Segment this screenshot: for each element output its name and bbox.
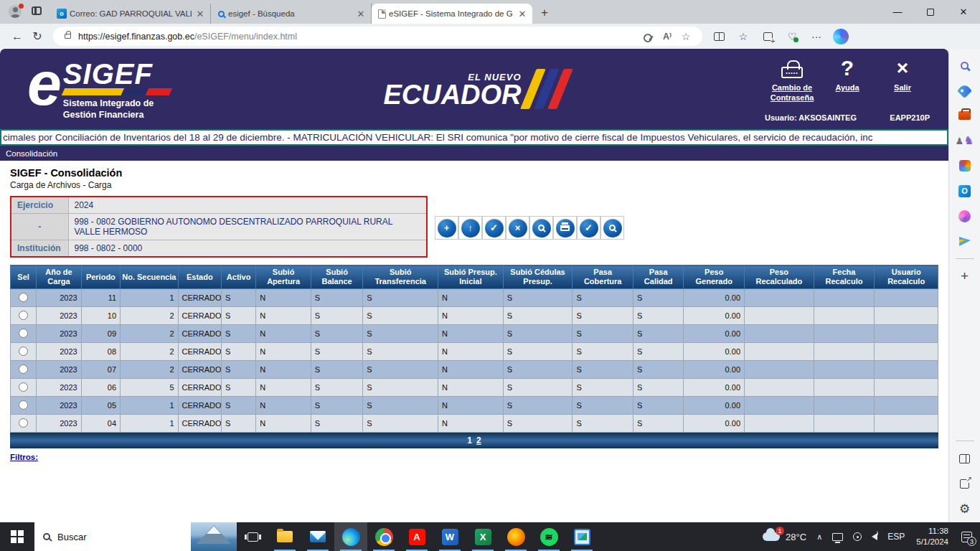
context-form: Ejercicio 2024 - 998 - 0802 GOBIERNO AUT… xyxy=(10,196,428,258)
print-button[interactable] xyxy=(553,216,577,240)
sidebar-search-button[interactable] xyxy=(957,57,973,73)
table-cell xyxy=(745,289,814,307)
url-text[interactable]: https://esigef.finanzas.gob.ec/eSIGEF/me… xyxy=(78,32,639,42)
taskbar-search-box[interactable]: Buscar xyxy=(34,522,237,551)
table-cell: S xyxy=(573,325,633,343)
sidebar-tools-button[interactable] xyxy=(957,108,973,123)
sidebar-m365-button[interactable] xyxy=(957,158,973,174)
tab-close-icon[interactable]: ✕ xyxy=(194,8,206,19)
new-tab-button[interactable]: + xyxy=(535,4,554,22)
row-select-radio[interactable] xyxy=(19,311,28,320)
copilot-button[interactable] xyxy=(830,27,852,47)
taskbar-firefox[interactable] xyxy=(499,522,532,551)
row-select-radio[interactable] xyxy=(19,400,28,410)
settings-menu-button[interactable]: ··· xyxy=(806,27,827,47)
row-select-radio[interactable] xyxy=(19,382,28,392)
split-screen-button[interactable] xyxy=(708,27,730,47)
refresh-button[interactable]: ↻ xyxy=(27,27,47,47)
taskbar-edge[interactable] xyxy=(334,522,367,551)
gear-icon: ⚙ xyxy=(959,501,970,517)
tab-close-icon[interactable]: ✕ xyxy=(355,8,367,19)
taskbar-word[interactable]: W xyxy=(433,522,466,551)
upload-file-button[interactable]: ↑ xyxy=(458,216,482,240)
validate-file-button[interactable]: ✓ xyxy=(482,216,506,240)
table-cell: 0.00 xyxy=(684,307,745,325)
network-button[interactable] xyxy=(828,522,847,551)
notification-center-button[interactable]: 3 xyxy=(956,522,977,551)
taskbar-file-explorer[interactable] xyxy=(268,522,301,551)
windows-logo-icon xyxy=(11,530,24,543)
sidebar-panel-button[interactable] xyxy=(957,451,973,466)
confirm-button[interactable]: ✓ xyxy=(577,216,600,240)
change-password-link[interactable]: ••••• Cambio de Contraseña xyxy=(765,56,819,103)
sidebar-add-button[interactable]: + xyxy=(957,268,973,284)
update-status-button[interactable] xyxy=(849,522,866,551)
sidebar-shopping-button[interactable] xyxy=(957,83,973,98)
search-highlight-image[interactable] xyxy=(191,522,237,551)
filters-link[interactable]: Filtros: xyxy=(10,453,38,461)
main-content: SIGEF - Consolidación Carga de Archivos … xyxy=(0,161,948,522)
sidebar-outlook-button[interactable]: O xyxy=(957,183,973,199)
minimize-button[interactable]: — xyxy=(881,0,914,24)
taskbar-excel[interactable]: X xyxy=(466,522,499,551)
hidden-icons-button[interactable]: ∧ xyxy=(812,522,826,551)
delete-file-button[interactable]: × xyxy=(506,216,529,240)
task-view-button[interactable] xyxy=(237,522,268,551)
collections-button[interactable] xyxy=(757,27,778,47)
sidebar-open-external-button[interactable] xyxy=(957,476,973,491)
browser-essentials-button[interactable]: ♡ xyxy=(781,27,803,47)
row-select-radio[interactable] xyxy=(19,347,28,356)
table-cell xyxy=(814,289,875,307)
column-header: Subió Transferencia xyxy=(363,265,438,289)
help-link[interactable]: ? Ayuda xyxy=(820,56,875,93)
logout-link[interactable]: × Salir xyxy=(875,56,930,93)
table-row: 2023065CERRADOSNSSNSSS0.00 xyxy=(11,379,938,397)
preview-file-button[interactable] xyxy=(529,216,553,240)
sidebar-drop-button[interactable] xyxy=(957,233,973,249)
new-record-button[interactable]: + xyxy=(435,216,458,240)
favorites-button[interactable]: ☆ xyxy=(732,27,754,47)
tab-close-icon[interactable]: ✕ xyxy=(517,8,528,19)
windows-taskbar: Buscar A W X ≋ 1 28°C ∧ ESP 11:38 5/1/20… xyxy=(0,522,980,551)
tab-esigef-active[interactable]: eSIGEF - Sistema Integrado de G ✕ xyxy=(372,4,532,24)
url-field[interactable]: https://esigef.finanzas.gob.ec/eSIGEF/me… xyxy=(53,27,702,46)
taskbar-acrobat[interactable]: A xyxy=(400,522,433,551)
read-aloud-button[interactable]: A⁾ xyxy=(658,27,677,46)
taskbar-spotify[interactable]: ≋ xyxy=(532,522,565,551)
profile-button[interactable] xyxy=(4,2,26,21)
taskbar-photos[interactable] xyxy=(565,522,598,551)
table-row: 2023092CERRADOSNSSNSSS0.00 xyxy=(11,325,938,343)
sidebar-games-button[interactable]: ♟♞ xyxy=(957,133,973,149)
table-cell: S xyxy=(222,361,256,379)
start-button[interactable] xyxy=(0,522,34,551)
clock[interactable]: 11:38 5/1/2024 xyxy=(910,526,954,547)
table-cell: S xyxy=(363,307,438,325)
back-button[interactable]: ← xyxy=(7,27,27,47)
table-cell xyxy=(11,289,37,307)
form-label-ejercicio: Ejercicio xyxy=(11,197,68,214)
volume-button[interactable] xyxy=(867,522,882,551)
taskbar-mail[interactable] xyxy=(301,522,334,551)
maximize-button[interactable] xyxy=(914,0,947,24)
sidebar-settings-button[interactable]: ⚙ xyxy=(957,501,973,517)
table-cell: S xyxy=(222,397,256,415)
taskbar-chrome[interactable] xyxy=(367,522,400,551)
favorite-star-button[interactable]: ☆ xyxy=(677,27,695,46)
row-select-radio[interactable] xyxy=(19,364,28,374)
page-number-link[interactable]: 2 xyxy=(476,435,481,446)
tab-correo[interactable]: o Correo: GAD PARROQUIAL VALLE ✕ xyxy=(50,4,211,24)
logo-sigef-text: SIGEF xyxy=(63,58,153,90)
row-select-radio[interactable] xyxy=(19,418,28,428)
query-all-button[interactable] xyxy=(600,216,624,240)
weather-widget[interactable]: 1 28°C xyxy=(758,522,811,551)
close-window-button[interactable]: ✕ xyxy=(947,0,980,24)
language-indicator[interactable]: ESP xyxy=(883,522,909,551)
lock-icon xyxy=(65,34,71,39)
temperature: 28°C xyxy=(786,532,806,542)
password-key-button[interactable] xyxy=(639,27,658,46)
row-select-radio[interactable] xyxy=(19,293,28,302)
row-select-radio[interactable] xyxy=(19,329,28,338)
sidebar-designer-button[interactable] xyxy=(957,208,973,224)
tab-busqueda[interactable]: esigef - Búsqueda ✕ xyxy=(211,4,372,24)
tab-actions-button[interactable] xyxy=(27,3,46,19)
